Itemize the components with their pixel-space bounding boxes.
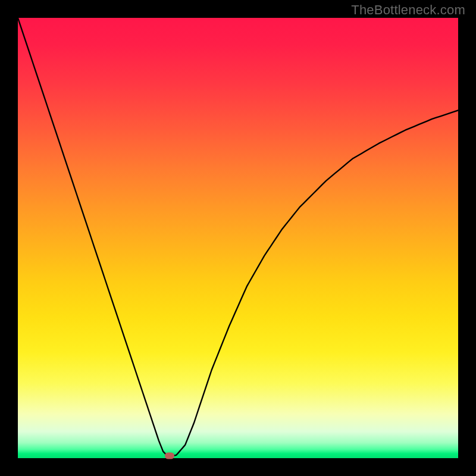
- min-marker: [165, 453, 174, 459]
- watermark-text: TheBottleneck.com: [351, 2, 465, 18]
- curve-layer: [18, 18, 458, 458]
- bottleneck-curve: [18, 18, 458, 456]
- chart-area: [18, 18, 458, 458]
